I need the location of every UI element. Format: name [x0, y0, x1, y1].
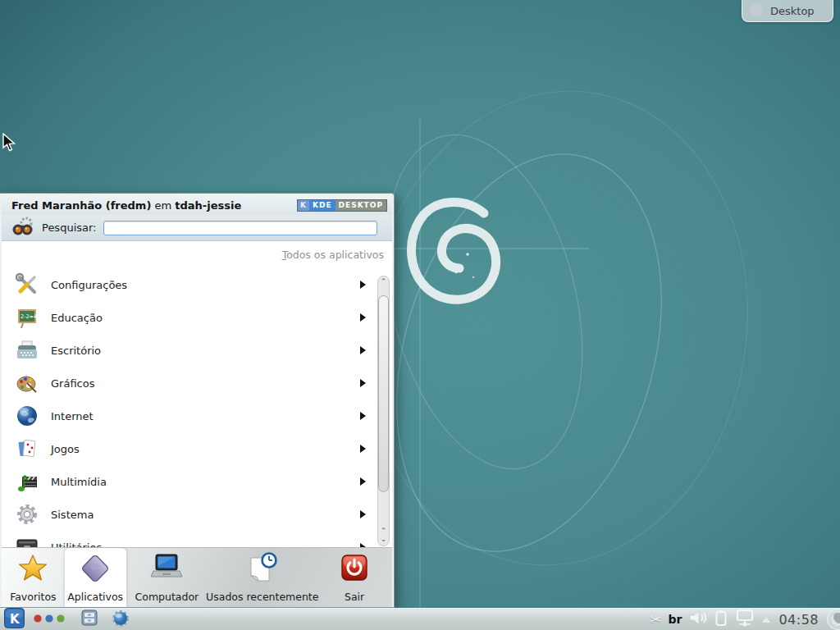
kde-logo-icon: K — [298, 200, 309, 211]
menu-item-graficos[interactable]: Gráficos — [2, 367, 374, 399]
breadcrumb-rest: odos os aplicativos — [286, 249, 384, 261]
settings-tools-icon — [15, 272, 39, 297]
search-label: Pesquisar: — [42, 221, 97, 234]
tab-usados-recentemente[interactable]: Usados recentemente — [208, 548, 317, 607]
applications-diamond-icon — [79, 552, 112, 588]
utilities-drawer-icon — [15, 535, 39, 547]
menu-item-utilitarios[interactable]: Utilitários — [2, 531, 374, 547]
scissors-icon[interactable]: ✂ — [650, 613, 661, 627]
tab-label: Computador — [135, 591, 199, 603]
badge-desktop-label: DESKTOP — [336, 200, 386, 211]
speaker-icon[interactable] — [688, 609, 708, 629]
submenu-arrow-icon — [360, 412, 366, 420]
tab-label: Usados recentemente — [206, 591, 318, 603]
system-gear-icon — [15, 502, 39, 527]
computer-laptop-icon — [148, 552, 185, 588]
user-host-title: Fred Maranhão (fredm) em tdah-jessie — [11, 199, 297, 212]
kickoff-tab-bar: Favoritos Aplicativos — [2, 547, 392, 607]
submenu-arrow-icon — [360, 379, 366, 387]
network-monitor-icon[interactable] — [734, 609, 756, 630]
menu-item-label: Sistema — [51, 509, 360, 521]
internet-globe-icon — [15, 404, 39, 428]
menu-item-multimidia[interactable]: Multimídia — [2, 465, 374, 498]
tray-expander-up-triangle-icon[interactable] — [762, 617, 770, 623]
menu-item-label: Escritório — [51, 345, 360, 357]
menu-item-escritorio[interactable]: Escritório — [2, 334, 374, 367]
menu-item-internet[interactable]: Internet — [2, 399, 374, 432]
kickoff-menu: Fred Maranhão (fredm) em tdah-jessie K K… — [0, 193, 395, 608]
submenu-arrow-icon — [360, 477, 366, 486]
keyboard-layout-indicator[interactable]: br — [668, 613, 682, 626]
submenu-arrow-icon — [360, 346, 366, 354]
tab-favoritos[interactable]: Favoritos — [2, 548, 65, 607]
battery-icon[interactable] — [714, 609, 728, 630]
desktop-toolbox-button[interactable]: Desktop — [742, 0, 833, 22]
desktop-toolbox-label: Desktop — [770, 5, 815, 17]
menu-item-label: Multimídia — [51, 476, 360, 488]
breadcrumb[interactable]: Todos os aplicativos — [2, 241, 392, 264]
search-input[interactable] — [103, 221, 378, 235]
menu-item-label: Utilitários — [51, 541, 360, 548]
svg-text:2-2=4: 2-2=4 — [21, 313, 37, 320]
recently-used-clock-document-icon — [244, 552, 281, 588]
user-name: Fred Maranhão (fredm) — [11, 199, 151, 212]
binoculars-search-icon — [11, 216, 34, 240]
menu-item-label: Educação — [51, 312, 360, 324]
kde-desktop-badge: K KDE DESKTOP — [297, 199, 387, 212]
mouse-cursor — [2, 133, 18, 156]
tab-label: Favoritos — [10, 591, 56, 603]
category-list: Configurações 2-2=4 Educação — [2, 268, 374, 547]
submenu-arrow-icon — [360, 543, 366, 547]
search-row: Pesquisar: — [2, 215, 392, 241]
menu-scrollbar[interactable]: ⌃ ⌃ ⌄ — [377, 276, 390, 546]
system-tray: ✂ br 04:58 — [650, 609, 840, 630]
leave-power-icon — [338, 552, 371, 588]
multimedia-clapper-note-icon — [15, 469, 39, 494]
tab-label: Sair — [345, 591, 364, 603]
office-typewriter-icon — [15, 338, 39, 363]
education-chalkboard-icon: 2-2=4 — [15, 305, 39, 330]
plasma-cashew-icon — [749, 2, 764, 17]
scroll-up-icon[interactable]: ⌃ — [381, 527, 387, 535]
panel-cashew-icon[interactable] — [827, 609, 840, 630]
menu-item-educacao[interactable]: 2-2=4 Educação — [2, 301, 374, 334]
submenu-arrow-icon — [360, 281, 366, 289]
activity-dots-icon[interactable] — [32, 612, 66, 628]
scroll-down-icon[interactable]: ⌄ — [381, 536, 387, 543]
badge-kde-label: KDE — [309, 200, 336, 211]
tab-sair[interactable]: Sair — [317, 548, 392, 607]
graphics-palette-icon — [15, 371, 39, 395]
digital-clock[interactable]: 04:58 — [778, 612, 819, 628]
menu-item-sistema[interactable]: Sistema — [2, 498, 374, 531]
menu-item-label: Gráficos — [51, 377, 360, 390]
menu-item-label: Jogos — [51, 443, 360, 455]
submenu-arrow-icon — [360, 445, 366, 453]
applications-panel: Todos os aplicativos Configurações — [2, 241, 392, 547]
tab-computador[interactable]: Computador — [126, 548, 208, 607]
menu-item-jogos[interactable]: Jogos — [2, 432, 374, 465]
globe-gear-icon[interactable] — [111, 608, 130, 630]
svg-text:K: K — [10, 611, 21, 626]
games-cards-icon — [15, 436, 39, 461]
menu-item-configuracoes[interactable]: Configurações — [2, 268, 374, 301]
conjunction: em — [151, 199, 175, 212]
kde-kickoff-icon[interactable]: K — [4, 608, 25, 630]
scroll-up-icon[interactable]: ⌃ — [381, 278, 387, 285]
tab-label: Aplicativos — [67, 591, 123, 603]
submenu-arrow-icon — [360, 510, 366, 518]
menu-item-label: Configurações — [51, 279, 360, 291]
submenu-arrow-icon — [360, 313, 366, 322]
host-name: tdah-jessie — [175, 199, 241, 212]
menu-item-label: Internet — [51, 410, 360, 422]
taskbar-panel: K ✂ br — [0, 608, 840, 630]
folder-drawer-icon[interactable] — [80, 609, 98, 630]
star-icon — [16, 552, 49, 588]
tab-aplicativos[interactable]: Aplicativos — [65, 548, 126, 607]
kickoff-header: Fred Maranhão (fredm) em tdah-jessie K K… — [2, 195, 392, 215]
scrollbar-thumb[interactable] — [378, 295, 389, 492]
